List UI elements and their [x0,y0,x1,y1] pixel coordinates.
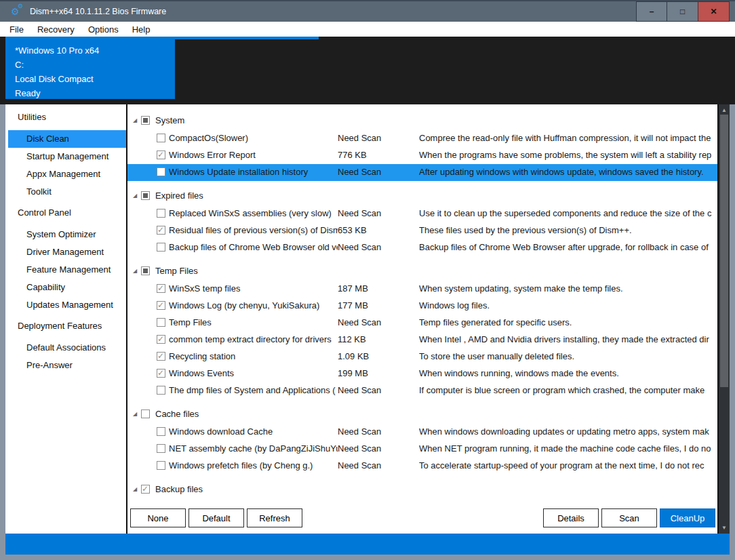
menu-item-help[interactable]: Help [125,24,157,35]
menu-item-options[interactable]: Options [81,24,125,35]
os-tab[interactable]: *Windows 10 Pro x64 C: Local Disk Compac… [5,37,175,99]
cleanup-item-row[interactable]: Windows Events199 MBWhen windows running… [127,365,717,382]
item-checkbox[interactable] [157,444,165,453]
group-checkbox[interactable] [141,485,150,494]
sidebar-item-feature-management[interactable]: Feature Management [5,261,126,279]
item-checkbox[interactable] [157,243,165,252]
cleanup-item-row[interactable]: WinSxS temp files187 MBWhen system updat… [127,281,717,298]
cleanup-item-row[interactable]: CompactOs(Slower)Need ScanCompree the re… [127,130,717,147]
footer-toolbar: NoneDefaultRefresh DetailsScanCleanUp [127,502,717,534]
none-button[interactable]: None [130,508,186,527]
menu-item-recovery[interactable]: Recovery [31,24,81,35]
cleanup-item-row[interactable]: Windows Update installation historyNeed … [127,164,717,181]
item-description: To accelerate startup-speed of your prog… [419,460,717,471]
scroll-down-icon[interactable]: ▼ [719,523,730,533]
cleanup-item-row[interactable]: Backup files of Chrome Web Browser old v… [127,239,717,256]
cleanup-item-row[interactable]: Temp FilesNeed ScanTemp files generated … [127,315,717,332]
expand-arrow-icon[interactable]: ◢ [132,411,141,417]
sidebar-item-pre-answer[interactable]: Pre-Answer [5,357,126,374]
item-description: When system updating, system make the te… [419,283,717,294]
item-checkbox[interactable] [157,318,165,327]
sidebar-item-system-optimizer[interactable]: System Optimizer [5,226,126,243]
group-header-backup-files[interactable]: ◢Backup files [127,479,717,499]
cleanup-item-row[interactable]: Windows Error Report776 KBWhen the progr… [127,147,717,164]
sidebar-item-default-associations[interactable]: Default Associations [5,339,126,357]
item-description: When windows running, windows made the e… [419,368,717,378]
group-header-system[interactable]: ◢System [127,110,717,130]
group-checkbox[interactable] [141,409,150,418]
cleanup-item-row[interactable]: NET assembly cache (by DaPangZiJiShuYuan… [127,441,717,458]
cleanup-item-row[interactable]: The dmp files of System and Applications… [127,382,717,399]
cleanup-item-row[interactable]: Windows Log (by chenyu, YukiSakura)177 M… [127,298,717,315]
os-drive: C: [15,58,175,72]
item-size: Need Scan [338,242,414,252]
sidebar-item-capability[interactable]: Capability [5,279,126,296]
scroll-up-icon[interactable]: ▲ [719,105,730,115]
item-checkbox[interactable] [157,301,165,310]
item-description: Compree the read-only file with Huffman … [419,133,717,143]
item-checkbox[interactable] [157,284,165,293]
cleanup-item-row[interactable]: Recycling station1.09 KBTo store the use… [127,348,717,365]
item-checkbox[interactable] [157,427,165,436]
group-header-expired-files[interactable]: ◢Expired files [127,185,717,205]
item-label: Windows Error Report [169,150,338,160]
dism-window: ⚙ ⚙ Dism++x64 10.1.11.2 Bios Firmware – … [0,0,735,560]
item-label: The dmp files of System and Applications… [169,385,338,395]
cleanup-item-row[interactable]: Windows download CacheNeed ScanWhen wind… [127,424,717,441]
item-description: Temp files generated for specific users. [419,317,717,327]
cleanup-button[interactable]: CleanUp [660,508,715,527]
scan-button[interactable]: Scan [601,508,657,527]
sidebar-item-disk-clean[interactable]: Disk Clean [8,130,126,148]
item-checkbox[interactable] [157,167,165,176]
title-bar[interactable]: ⚙ ⚙ Dism++x64 10.1.11.2 Bios Firmware – … [0,1,735,22]
sidebar-item-driver-management[interactable]: Driver Management [5,243,126,261]
item-checkbox[interactable] [157,369,165,378]
item-size: Need Scan [338,133,414,143]
sidebar-item-appx-management[interactable]: Appx Management [5,165,126,183]
item-checkbox[interactable] [157,461,165,470]
expand-arrow-icon[interactable]: ◢ [132,117,141,123]
item-size: Need Scan [338,317,414,327]
expand-arrow-icon[interactable]: ◢ [132,268,141,274]
item-size: 112 KB [338,334,414,344]
footer-left-buttons: NoneDefaultRefresh [130,508,305,527]
item-checkbox[interactable] [157,151,165,159]
group-header-temp-files[interactable]: ◢Temp Files [127,260,717,281]
cleanup-item-row[interactable]: Windows prefetch files (by Cheng g.)Need… [127,458,717,475]
item-label: Windows download Cache [169,426,338,437]
minimize-button[interactable]: – [636,1,667,22]
menu-item-file[interactable]: File [9,24,31,35]
refresh-button[interactable]: Refresh [247,508,302,527]
details-button[interactable]: Details [543,508,599,527]
footer-right-buttons: DetailsScanCleanUp [543,508,715,527]
cleanup-item-row[interactable]: common temp extract directory for driver… [127,332,717,348]
item-description: When the programs have some problems, th… [419,150,717,160]
item-checkbox[interactable] [157,209,165,218]
group-header-cache-files[interactable]: ◢Cache files [127,403,717,424]
cleanup-item-row[interactable]: Replaced WinSxS assemblies (very slow)Ne… [127,205,717,222]
cleanup-item-row[interactable]: Residual files of previous version(s) of… [127,222,717,239]
vertical-scrollbar[interactable]: ▲ ▼ [717,104,730,534]
maximize-button[interactable]: □ [667,1,698,22]
expand-arrow-icon[interactable]: ◢ [132,486,141,492]
group-checkbox[interactable] [141,191,150,200]
item-checkbox[interactable] [157,352,165,361]
item-size: 653 KB [338,225,414,235]
item-size: Need Scan [338,385,414,395]
sidebar-item-startup-management[interactable]: Startup Management [5,148,126,165]
default-button[interactable]: Default [188,508,244,527]
item-checkbox[interactable] [157,386,165,395]
scrollbar-thumb[interactable] [720,115,728,387]
item-checkbox[interactable] [157,335,165,344]
group-checkbox[interactable] [141,116,150,125]
item-checkbox[interactable] [157,134,165,142]
item-label: Backup files of Chrome Web Browser old v… [169,242,338,252]
close-button[interactable]: ✕ [698,1,730,22]
item-checkbox[interactable] [157,226,165,235]
group-checkbox[interactable] [141,266,150,275]
sidebar-item-updates-management[interactable]: Updates Management [5,296,126,314]
sidebar-item-toolkit[interactable]: Toolkit [5,183,126,201]
expand-arrow-icon[interactable]: ◢ [132,193,141,199]
item-label: Windows prefetch files (by Cheng g.) [169,460,338,471]
status-bar [5,534,730,555]
